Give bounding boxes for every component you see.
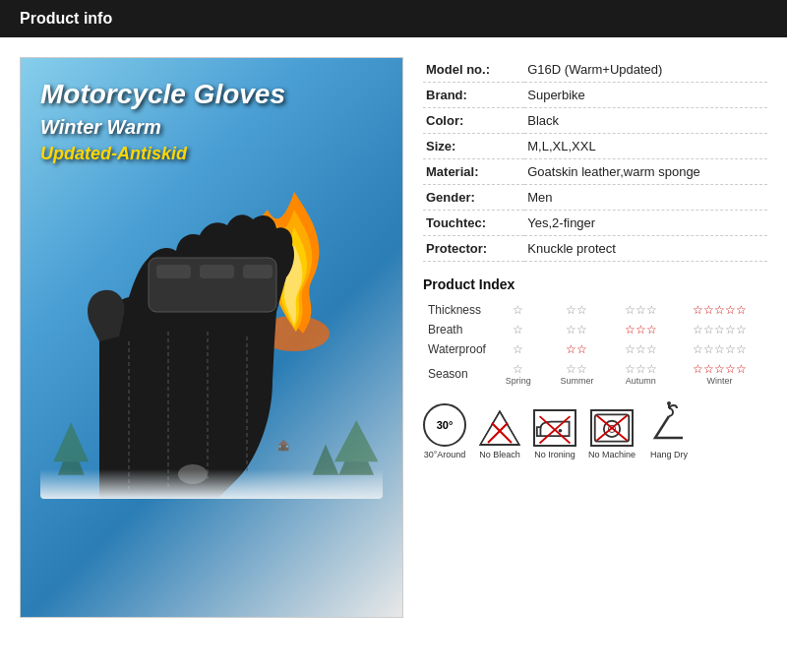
- care-icon-bleach: [478, 409, 521, 447]
- product-image-container: Motorcycle Gloves Winter Warm Updated-An…: [20, 57, 403, 618]
- product-image-visual: [40, 164, 383, 499]
- index-row: Waterproof☆☆☆☆☆☆☆☆☆☆☆: [423, 339, 767, 359]
- spec-row: Model no.: G16D (Warm+Updated): [423, 57, 767, 83]
- spec-row: Size: M,L,XL,XXL: [423, 134, 767, 159]
- spec-row: Gender: Men: [423, 185, 767, 211]
- care-icon-iron: [533, 409, 576, 447]
- index-star-cell: ☆: [492, 339, 545, 359]
- care-icon-hang: [647, 403, 691, 447]
- index-row-name: Season: [423, 359, 492, 389]
- index-star-cell: ☆☆☆☆☆: [672, 300, 767, 320]
- info-panel: Model no.: G16D (Warm+Updated) Brand: Su…: [423, 57, 767, 618]
- index-star-cell: ☆☆☆Autumn: [609, 359, 672, 389]
- spec-value: Men: [524, 185, 767, 211]
- spec-value: G16D (Warm+Updated): [524, 57, 767, 83]
- care-icon-item: No Ironing: [533, 409, 576, 459]
- spec-value: Superbike: [524, 83, 767, 108]
- care-icon-item: 30°30°Around: [423, 403, 466, 459]
- page-header: Product info: [0, 0, 787, 37]
- header-title: Product info: [20, 10, 112, 27]
- svg-marker-16: [278, 439, 288, 444]
- spec-label: Gender:: [423, 185, 524, 211]
- care-icon-label: No Ironing: [534, 450, 575, 459]
- index-star-cell: ☆☆☆☆☆: [672, 320, 767, 339]
- index-star-cell: ☆☆☆: [609, 339, 672, 359]
- spec-value: Goatskin leather,warm sponge: [524, 159, 767, 185]
- house-svg: [274, 420, 353, 469]
- product-image-inner: Motorcycle Gloves Winter Warm Updated-An…: [21, 58, 402, 617]
- spec-row: Brand: Superbike: [423, 83, 767, 108]
- svg-point-23: [559, 429, 563, 433]
- spec-value: Knuckle protect: [524, 236, 767, 262]
- spec-label: Material:: [423, 159, 524, 185]
- product-image-updated: Updated-Antiskid: [40, 144, 383, 164]
- care-icon-item: No Machine: [588, 409, 636, 459]
- index-star-cell: ☆☆☆☆☆: [672, 339, 767, 359]
- index-star-cell: ☆: [492, 320, 545, 339]
- spec-label: Touchtec:: [423, 211, 524, 236]
- spec-row: Protector: Knuckle protect: [423, 236, 767, 262]
- spec-label: Color:: [423, 108, 524, 134]
- index-row-name: Waterproof: [423, 339, 492, 359]
- index-star-cell: ☆Spring: [492, 359, 545, 389]
- main-content: Motorcycle Gloves Winter Warm Updated-An…: [0, 37, 787, 638]
- index-star-cell: ☆☆☆☆☆Winter: [672, 359, 767, 389]
- index-row: Thickness☆☆☆☆☆☆☆☆☆☆☆: [423, 300, 767, 320]
- index-star-cell: ☆: [492, 300, 545, 320]
- svg-rect-3: [200, 265, 234, 278]
- care-icon-item: No Bleach: [478, 409, 521, 459]
- care-icon-item: Hang Dry: [647, 403, 691, 459]
- svg-rect-18: [279, 445, 281, 447]
- spec-value: M,L,XL,XXL: [524, 134, 767, 159]
- svg-point-32: [667, 401, 671, 405]
- care-icon-label: Hang Dry: [650, 450, 688, 459]
- spec-row: Material: Goatskin leather,warm sponge: [423, 159, 767, 185]
- product-image-title: Motorcycle Gloves: [40, 78, 383, 111]
- index-star-cell: ☆☆: [545, 339, 610, 359]
- index-row-name: Thickness: [423, 300, 492, 320]
- svg-rect-2: [156, 265, 191, 278]
- care-icons: 30°30°Around No Bleach No Ironing: [423, 403, 767, 459]
- index-star-cell: ☆☆Summer: [545, 359, 610, 389]
- index-star-cell: ☆☆: [545, 300, 610, 320]
- index-row-name: Breath: [423, 320, 492, 339]
- index-table: Thickness☆☆☆☆☆☆☆☆☆☆☆Breath☆☆☆☆☆☆☆☆☆☆☆Wat…: [423, 300, 767, 389]
- care-icon-label: No Bleach: [479, 450, 520, 459]
- svg-rect-4: [243, 265, 272, 278]
- svg-rect-19: [286, 445, 288, 447]
- spec-label: Model no.:: [423, 57, 524, 83]
- index-star-cell: ☆☆☆: [609, 300, 672, 320]
- spec-row: Touchtec: Yes,2-finger: [423, 211, 767, 236]
- spec-label: Brand:: [423, 83, 524, 108]
- care-icon-label: No Machine: [588, 450, 636, 459]
- care-icon-wash: 30°: [423, 403, 466, 447]
- product-image-subtitle: Winter Warm: [40, 116, 383, 139]
- index-row: Breath☆☆☆☆☆☆☆☆☆☆☆: [423, 320, 767, 339]
- spec-table: Model no.: G16D (Warm+Updated) Brand: Su…: [423, 57, 767, 262]
- spec-row: Color: Black: [423, 108, 767, 134]
- care-icon-machine: [590, 409, 634, 447]
- svg-marker-20: [480, 411, 519, 445]
- svg-rect-17: [281, 447, 284, 451]
- svg-marker-11: [53, 422, 89, 461]
- spec-label: Protector:: [423, 236, 524, 262]
- index-row: Season☆Spring☆☆Summer☆☆☆Autumn☆☆☆☆☆Winte…: [423, 359, 767, 389]
- spec-value: Black: [524, 108, 767, 134]
- index-star-cell: ☆☆☆: [609, 320, 672, 339]
- spec-value: Yes,2-finger: [524, 211, 767, 236]
- care-icon-label: 30°Around: [424, 450, 466, 459]
- index-star-cell: ☆☆: [545, 320, 610, 339]
- spec-label: Size:: [423, 134, 524, 159]
- product-index-title: Product Index: [423, 276, 767, 292]
